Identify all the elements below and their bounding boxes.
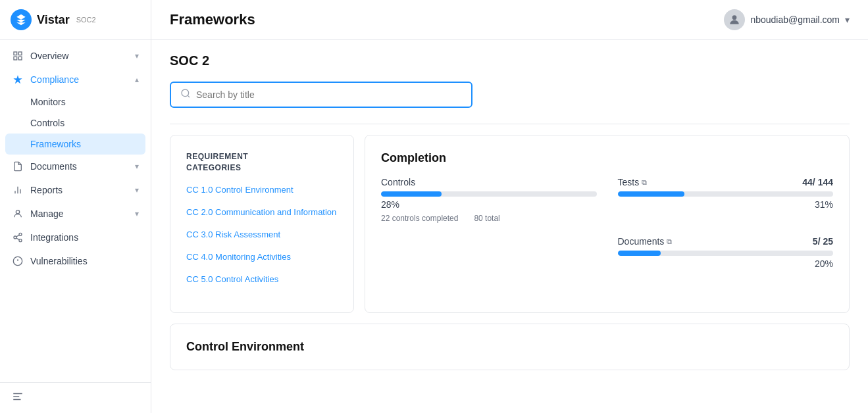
divider <box>170 124 850 124</box>
svg-point-20 <box>182 89 189 97</box>
compliance-subnav: Monitors Controls Frameworks <box>0 91 151 155</box>
completion-grid: Controls 28% 22 controls completed 80 to… <box>381 177 833 269</box>
integrations-icon <box>12 231 24 243</box>
tests-header: Tests ⧉ 44/ 144 <box>618 177 834 187</box>
external-link-icon: ⧉ <box>667 237 672 246</box>
sidebar-item-manage[interactable]: Manage ▾ <box>0 202 151 226</box>
documents-value: 5/ 25 <box>813 236 833 247</box>
controls-label: Controls <box>381 177 415 187</box>
page-title: Frameworks <box>170 11 255 28</box>
sidebar-reports-label: Reports <box>30 185 128 195</box>
req-cat-item[interactable]: CC 5.0 Control Activities <box>186 274 338 285</box>
reports-icon <box>12 184 24 196</box>
chevron-down-icon: ▾ <box>135 162 139 171</box>
main-content: Frameworks nboudiab@gmail.com ▾ SOC 2 <box>151 0 868 413</box>
controls-header: Controls <box>381 177 597 187</box>
sidebar-documents-label: Documents <box>30 161 128 172</box>
chevron-down-icon: ▾ <box>135 185 139 195</box>
chevron-up-icon: ▴ <box>135 75 139 84</box>
controls-sub-info: 22 controls completed 80 total <box>381 214 597 223</box>
svg-point-8 <box>19 233 22 235</box>
documents-progress-bar <box>618 251 834 256</box>
sidebar-item-integrations[interactable]: Integrations <box>0 226 151 249</box>
controls-stat: Controls 28% 22 controls completed 80 to… <box>381 177 597 223</box>
control-environment-card: Control Environment <box>170 324 850 370</box>
req-cat-item[interactable]: CC 3.0 Risk Assessment <box>186 229 338 241</box>
sidebar-item-controls[interactable]: Controls <box>0 112 151 134</box>
sidebar-integrations-label: Integrations <box>30 232 139 243</box>
documents-header: Documents ⧉ 5/ 25 <box>618 236 834 247</box>
topbar: Frameworks nboudiab@gmail.com ▾ <box>151 0 868 40</box>
vulnerabilities-icon <box>12 255 24 267</box>
sidebar-bottom <box>0 382 151 413</box>
documents-progress-fill <box>618 251 661 256</box>
avatar <box>724 9 745 30</box>
documents-label[interactable]: Documents ⧉ <box>618 236 673 247</box>
sidebar-item-monitors[interactable]: Monitors <box>0 91 151 112</box>
requirement-categories-card: REQUIREMENTCATEGORIES CC 1.0 Control Env… <box>170 135 354 313</box>
sidebar-item-reports[interactable]: Reports ▾ <box>0 178 151 202</box>
svg-line-11 <box>16 238 20 240</box>
sidebar-item-documents[interactable]: Documents ▾ <box>0 155 151 178</box>
svg-rect-0 <box>14 52 17 55</box>
menu-icon[interactable] <box>12 393 24 404</box>
logo[interactable]: Vistar SOC2 <box>0 0 151 40</box>
sidebar-manage-label: Manage <box>30 208 128 219</box>
svg-rect-3 <box>18 57 22 60</box>
req-cat-item[interactable]: CC 4.0 Monitoring Activities <box>186 251 338 263</box>
tests-progress-fill <box>618 191 685 197</box>
content-area: SOC 2 REQUIREMENTCATEGORIES CC 1.0 Contr… <box>151 40 868 413</box>
documents-stat: Documents ⧉ 5/ 25 20% <box>618 236 834 269</box>
nav-section: Overview ▾ Compliance ▴ Monitors Control… <box>0 40 151 277</box>
user-menu[interactable]: nboudiab@gmail.com ▾ <box>724 9 850 30</box>
svg-rect-2 <box>14 57 17 60</box>
manage-icon <box>12 208 24 220</box>
external-link-icon: ⧉ <box>642 178 647 187</box>
svg-point-19 <box>732 15 737 20</box>
controls-completed: 22 controls completed <box>381 214 458 223</box>
page-subtitle: SOC 2 <box>170 53 850 68</box>
svg-line-21 <box>188 95 190 97</box>
sidebar-item-overview[interactable]: Overview ▾ <box>0 44 151 68</box>
sidebar-item-label: Overview <box>30 51 128 61</box>
documents-icon <box>12 160 24 172</box>
user-chevron-icon: ▾ <box>845 14 850 25</box>
tests-pct: 31% <box>618 199 834 210</box>
logo-icon <box>11 9 32 30</box>
cards-row: REQUIREMENTCATEGORIES CC 1.0 Control Env… <box>170 135 850 313</box>
completion-card: Completion Controls 28% 22 controls comp… <box>365 135 850 313</box>
svg-point-10 <box>19 239 22 242</box>
bottom-card-title: Control Environment <box>186 340 833 354</box>
compliance-icon <box>12 74 24 85</box>
sidebar-item-vulnerabilities[interactable]: Vulnerabilities <box>0 249 151 273</box>
sidebar-vulnerabilities-label: Vulnerabilities <box>30 256 139 266</box>
chevron-down-icon: ▾ <box>135 209 139 218</box>
sidebar: Vistar SOC2 Overview ▾ Compliance ▴ Moni… <box>0 0 151 413</box>
svg-point-7 <box>16 210 19 214</box>
controls-progress-bar <box>381 191 597 197</box>
chevron-down-icon: ▾ <box>135 51 139 61</box>
controls-total: 80 total <box>474 214 499 223</box>
compliance-label: Compliance <box>30 74 128 85</box>
tests-stat: Tests ⧉ 44/ 144 31% <box>618 177 834 223</box>
controls-pct: 28% <box>381 199 597 210</box>
req-cat-item[interactable]: CC 1.0 Control Environment <box>186 184 338 196</box>
app-name: Vistar <box>37 13 70 27</box>
req-cat-title: REQUIREMENTCATEGORIES <box>186 151 338 174</box>
search-icon <box>180 88 191 101</box>
req-cat-item[interactable]: CC 2.0 Communication and Information <box>186 206 338 218</box>
sidebar-item-compliance[interactable]: Compliance ▴ <box>0 68 151 91</box>
app-badge: SOC2 <box>76 16 96 24</box>
search-bar[interactable] <box>170 82 472 108</box>
tests-value: 44/ 144 <box>802 177 833 187</box>
completion-title: Completion <box>381 151 833 165</box>
overview-icon <box>12 50 24 62</box>
controls-progress-fill <box>381 191 442 197</box>
user-email: nboudiab@gmail.com <box>750 14 840 25</box>
tests-progress-bar <box>618 191 834 197</box>
documents-pct: 20% <box>618 258 834 269</box>
tests-label[interactable]: Tests ⧉ <box>618 177 648 187</box>
sidebar-item-frameworks[interactable]: Frameworks <box>5 134 145 155</box>
search-input[interactable] <box>196 89 462 100</box>
svg-point-9 <box>14 236 16 239</box>
